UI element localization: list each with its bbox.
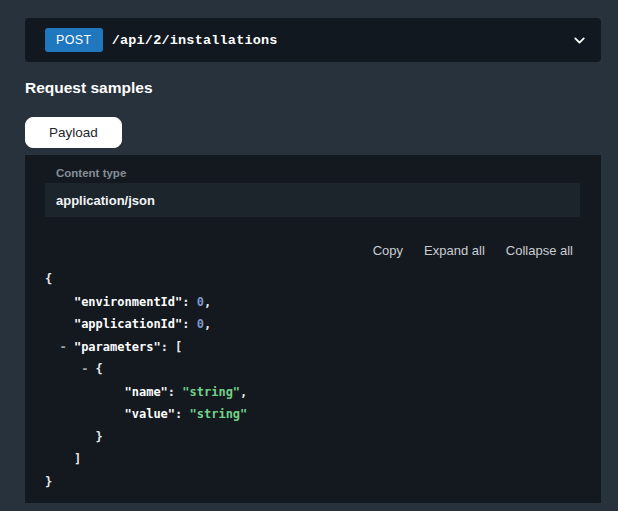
sample-tabs: Payload: [25, 117, 618, 148]
json-punctuation: :: [168, 385, 182, 399]
json-punctuation: [45, 385, 124, 399]
code-line: {: [45, 268, 580, 291]
http-method-badge: POST: [45, 28, 103, 53]
json-punctuation: :: [182, 317, 196, 331]
code-line: ]: [45, 448, 580, 471]
expand-all-button[interactable]: Expand all: [424, 243, 485, 258]
json-key: "name": [124, 385, 167, 399]
code-line: }: [45, 426, 580, 449]
json-punctuation: {: [45, 272, 52, 286]
code-line: "environmentId": 0,: [45, 291, 580, 314]
json-number: 0: [197, 295, 204, 309]
chevron-down-icon[interactable]: [571, 32, 588, 49]
endpoint-header[interactable]: POST /api/2/installations: [25, 18, 601, 62]
json-punctuation: :: [175, 407, 189, 421]
content-type-select[interactable]: application/json: [45, 183, 580, 217]
tab-payload[interactable]: Payload: [25, 117, 122, 148]
json-punctuation: [45, 362, 81, 376]
json-punctuation: [45, 317, 74, 331]
code-line: - "parameters": [: [45, 336, 580, 359]
code-line: "applicationId": 0,: [45, 313, 580, 336]
json-key: "applicationId": [74, 317, 182, 331]
json-string: "string": [182, 385, 240, 399]
content-type-label: Content type: [56, 167, 580, 179]
code-line: "name": "string",: [45, 381, 580, 404]
json-key: "environmentId": [74, 295, 182, 309]
json-punctuation: ,: [240, 385, 247, 399]
json-punctuation: ,: [204, 317, 211, 331]
content-type-value: application/json: [56, 193, 155, 208]
json-punctuation: ]: [45, 452, 81, 466]
code-line: - {: [45, 358, 580, 381]
json-punctuation: {: [96, 362, 103, 376]
json-punctuation: : [: [161, 340, 183, 354]
json-punctuation: :: [182, 295, 196, 309]
json-punctuation: [67, 340, 74, 354]
code-actions: CopyExpand allCollapse all: [45, 243, 580, 258]
json-punctuation: [45, 407, 124, 421]
json-number: 0: [197, 317, 204, 331]
request-sample-panel: Content type application/json CopyExpand…: [25, 155, 601, 503]
json-punctuation: }: [45, 475, 52, 489]
collapse-toggle[interactable]: -: [59, 340, 66, 354]
request-samples-heading: Request samples: [25, 79, 618, 97]
json-string: "string": [190, 407, 248, 421]
json-punctuation: [88, 362, 95, 376]
json-punctuation: ,: [204, 295, 211, 309]
json-key: "value": [124, 407, 175, 421]
json-punctuation: }: [45, 430, 103, 444]
json-key: "parameters": [74, 340, 161, 354]
copy-button[interactable]: Copy: [373, 243, 403, 258]
json-punctuation: [45, 295, 74, 309]
json-code-block: { "environmentId": 0, "applicationId": 0…: [45, 268, 580, 493]
collapse-all-button[interactable]: Collapse all: [506, 243, 573, 258]
code-line: "value": "string": [45, 403, 580, 426]
json-punctuation: [45, 340, 59, 354]
code-line: }: [45, 471, 580, 494]
api-docs-page: POST /api/2/installations Request sample…: [0, 18, 618, 511]
endpoint-path: /api/2/installations: [112, 33, 278, 48]
